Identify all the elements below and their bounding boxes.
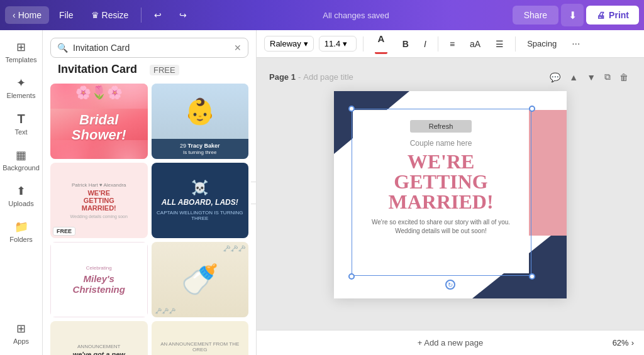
married-sub: Wedding details coming soon [70,214,128,219]
married-names: Patrick Hart ♥ Alexandra [72,182,126,188]
bridal-shower-title: BridalShower! [72,112,126,143]
comment-button[interactable]: 💬 [547,70,564,84]
template-baby-photo[interactable]: 👶 29 Tracy BakerIs turning three [152,84,249,159]
redo-button[interactable]: ↪ [172,6,194,24]
baby-photo: 🍼 [181,262,219,297]
text-case-button[interactable]: aA [465,36,486,52]
template-bridal-shower[interactable]: 🌸🌷🌸 BridalShower! [50,84,148,159]
sidebar-item-folders[interactable]: 📁 Folders [3,215,40,248]
panel-collapse-button[interactable]: ‹ [251,182,257,204]
more-options-button[interactable]: ··· [567,36,585,52]
align-button[interactable]: ≡ [445,36,460,52]
wedding-canvas: Refresh Couple name here WE'REGETTINGMAR… [334,91,567,298]
sidebar-item-text[interactable]: T Text [3,107,40,141]
pirate-title: ALL ABOARD, LADS! [162,199,238,207]
undo-button[interactable]: ↩ [147,6,169,24]
baby-card-text: 29 Tracy BakerIs turning three [152,139,249,159]
pirate-skull-icon: ☠️ [191,180,208,196]
templates-icon: ⊞ [16,40,26,54]
sidebar-item-elements[interactable]: ✦ Elements [3,71,40,104]
print-button[interactable]: 🖨 Print [586,6,639,25]
italic-button[interactable]: I [419,36,431,52]
background-icon: ▦ [16,148,26,162]
crown-icon: ♛ [91,10,99,20]
panel-title: Invitation Card [50,63,145,81]
list-button[interactable]: ☰ [491,36,509,52]
file-button[interactable]: File [52,6,81,24]
getting-married-title[interactable]: WE'REGETTINGMARRIED! [388,151,493,212]
keys-decoration: 🗝️🗝️🗝️ [223,245,245,252]
pirate-sub: CAPTAIN WELLINGTON IS TURNING THREE [157,210,244,221]
rotate-handle[interactable]: ↻ [445,280,455,290]
print-icon: 🖨 [596,10,605,20]
template-pirate[interactable]: ☠️ ALL ABOARD, LADS! CAPTAIN WELLINGTON … [152,163,249,238]
font-color-A: A [377,33,384,44]
templates-panel: 🔍 ✕ Invitation Card FREE 🌸🌷🌸 BridalShowe… [43,30,257,355]
page-title-area: Page 1 - Add page title [269,72,353,82]
separator: - [298,72,301,82]
wedding-subtitle[interactable]: We're so excited to share our story with… [365,218,516,236]
format-toolbar: Raleway ▾ 11.4 ▾ A B I ≡ aA ☰ Spacing ··… [257,30,644,58]
christening-name: Miley'sChristening [73,273,125,295]
page-label: Page 1 [269,72,296,82]
saved-status: All changes saved [202,11,509,20]
keys-title: we've got a newset of keys [73,351,125,355]
handle-tl[interactable] [348,106,355,112]
page-down-button[interactable]: ▼ [584,70,599,84]
handle-tr[interactable] [529,106,535,112]
color-swatch [375,44,387,54]
toolbar-divider-1 [363,36,364,52]
topbar: ‹ Home File ♛ Resize ↩ ↪ All changes sav… [0,0,644,30]
elements-icon: ✦ [16,76,26,90]
font-family-selector[interactable]: Raleway ▾ [264,36,314,52]
template-keys-text[interactable]: ANNOUNCEMENT we've got a newset of keys … [50,321,148,355]
toolbar-divider-3 [515,36,516,52]
christening-label: Celebrating [86,265,112,271]
share-button[interactable]: Share [513,6,558,25]
download-button[interactable]: ⬇ [561,4,584,26]
duplicate-page-button[interactable]: ⧉ [601,70,614,84]
search-bar: 🔍 ✕ [50,38,248,58]
keys-bottom: 🗝️🗝️🗝️ [155,308,175,314]
spacing-button[interactable]: Spacing [522,36,562,51]
size-dropdown-icon: ▾ [343,39,347,48]
search-icon: 🔍 [57,43,68,53]
bold-button[interactable]: B [397,36,414,52]
delete-page-button[interactable]: 🗑 [616,70,631,84]
add-page-button[interactable]: + Add a new page [418,338,483,347]
keys-announce: ANNOUNCEMENT [77,344,120,349]
sidebar-item-background[interactable]: ▦ Background [3,143,40,177]
sidebar-item-uploads[interactable]: ⬆ Uploads [3,179,40,212]
font-size-selector[interactable]: 11.4 ▾ [319,36,357,52]
page-header-row: Page 1 - Add page title 💬 ▲ ▼ ⧉ 🗑 [269,70,631,84]
folders-icon: 📁 [14,220,28,234]
topbar-divider [141,8,142,23]
free-label: FREE [150,65,179,75]
new-home-announce: AN ANNOUNCEMENT FROM THE OREG [157,341,244,352]
resize-button[interactable]: ♛ Resize [84,6,136,24]
template-getting-married[interactable]: Patrick Hart ♥ Alexandra WE'REGETTINGMAR… [50,163,148,238]
text-color-button[interactable]: A [370,31,392,57]
zoom-indicator: 62% › [613,338,634,347]
sidebar-item-templates[interactable]: ⊞ Templates [3,35,40,68]
zoom-chevron-icon: › [631,338,634,347]
template-christening[interactable]: Celebrating Miley'sChristening [50,242,148,317]
font-dropdown-icon: ▾ [304,39,308,48]
home-button[interactable]: ‹ Home [5,6,49,24]
card-content-area: Refresh Couple name here WE'REGETTINGMAR… [353,110,529,273]
template-new-home[interactable]: AN ANNOUNCEMENT FROM THE OREG WE'VEFOUND… [152,321,249,355]
add-title-text[interactable]: Add page title [303,72,353,82]
search-input[interactable] [73,43,229,53]
sidebar-item-apps[interactable]: ⊞ Apps [3,317,40,350]
page-up-button[interactable]: ▲ [566,70,581,84]
handle-bl[interactable] [348,273,355,280]
page-header-icons: 💬 ▲ ▼ ⧉ 🗑 [547,70,631,84]
search-clear-button[interactable]: ✕ [234,43,242,53]
workspace: Page 1 - Add page title 💬 ▲ ▼ ⧉ 🗑 [257,58,644,330]
text-icon: T [17,112,25,126]
canvas-area: Raleway ▾ 11.4 ▾ A B I ≡ aA ☰ Spacing ··… [257,30,644,355]
handle-br[interactable] [529,273,535,280]
template-keys-baby[interactable]: 🍼 🗝️🗝️🗝️ 🗝️🗝️🗝️ [152,242,249,317]
refresh-button[interactable]: Refresh [410,120,472,133]
couple-name-text[interactable]: Couple name here [410,139,472,148]
